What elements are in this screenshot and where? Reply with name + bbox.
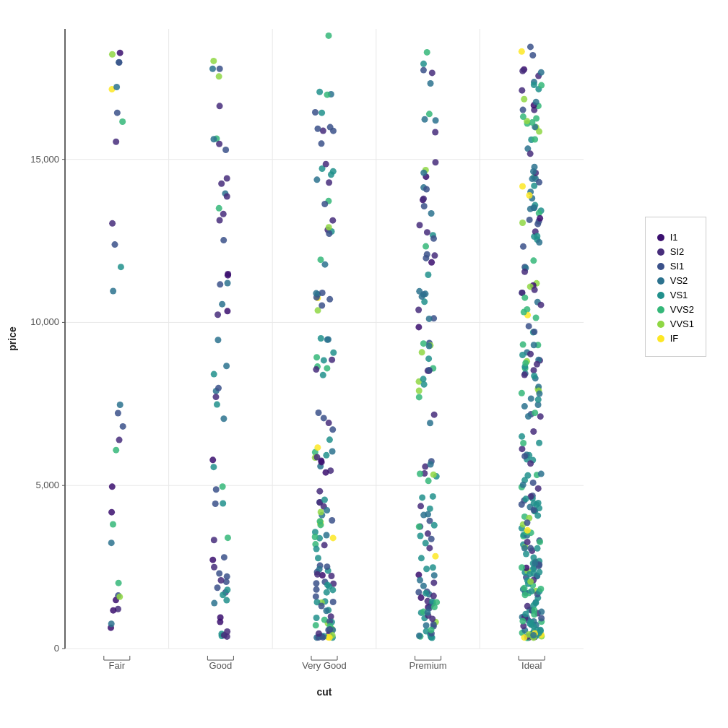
legend-dot (657, 277, 664, 285)
legend-label: SI1 (670, 261, 685, 272)
legend-item: SI1 (657, 261, 694, 272)
legend-item: I1 (657, 232, 694, 243)
legend-dot (657, 292, 664, 299)
legend-dot (657, 263, 664, 270)
legend-dot (657, 335, 664, 342)
legend-dot (657, 306, 664, 313)
legend-item: VS2 (657, 275, 694, 286)
legend-item: SI2 (657, 246, 694, 257)
legend-dot (657, 234, 664, 241)
legend-label: VS1 (670, 290, 688, 300)
legend-label: VVS2 (670, 304, 694, 315)
legend-dot (657, 321, 664, 328)
legend-item: VVS1 (657, 318, 694, 329)
chart-container: I1SI2SI1VS2VS1VVS2VVS1IF (0, 0, 728, 728)
legend-label: I1 (670, 232, 678, 243)
legend-item: VS1 (657, 290, 694, 300)
legend-label: SI2 (670, 246, 685, 257)
legend-dot (657, 248, 664, 256)
legend-label: VVS1 (670, 318, 694, 329)
legend-label: VS2 (670, 275, 688, 286)
legend-item: IF (657, 333, 694, 344)
legend: I1SI2SI1VS2VS1VVS2VVS1IF (645, 217, 706, 357)
legend-item: VVS2 (657, 304, 694, 315)
legend-label: IF (670, 333, 679, 344)
